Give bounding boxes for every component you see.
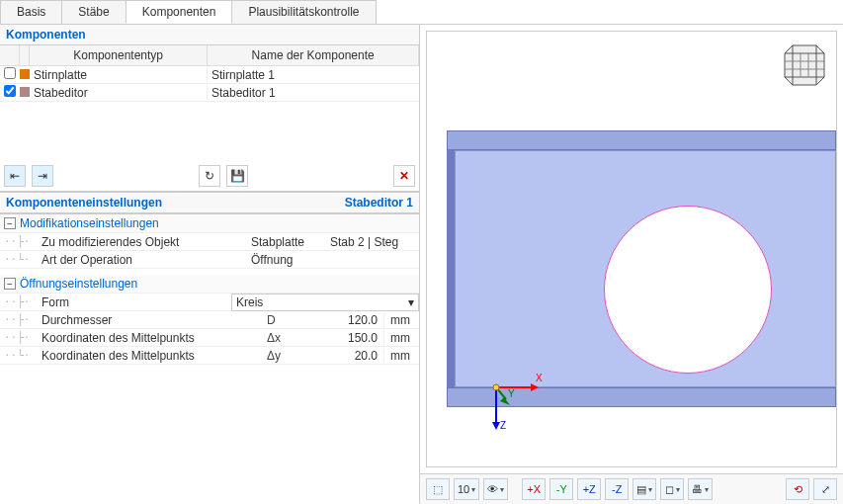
arrow-right-icon: ⇥ [38, 169, 47, 183]
viewcube-icon[interactable] [781, 40, 828, 87]
tree-icon: ··├· [0, 235, 40, 248]
col-color [20, 45, 30, 65]
col-name: Name der Komponente [208, 45, 419, 65]
components-title: Komponenten [6, 28, 86, 42]
axis-label: +X [527, 483, 541, 495]
components-table: Komponententyp Name der Komponente Stirn… [0, 45, 419, 161]
zoom-label: 10 [458, 483, 469, 495]
group-header-opening[interactable]: − Öffnungseinstellungen [0, 275, 419, 294]
tree-icon: ··└· [0, 349, 40, 362]
group-label: Öffnungseinstellungen [20, 277, 137, 291]
row-checkbox[interactable] [4, 85, 16, 97]
beam-flange-top [447, 130, 836, 150]
row-name: Stirnplatte 1 [207, 68, 419, 82]
iso-icon: ⬚ [433, 483, 443, 496]
prop-value: 120.0 [295, 313, 383, 327]
beam-model [447, 130, 836, 407]
settings-tree: − Modifikationseinstellungen ··├· Zu mod… [0, 213, 419, 504]
chevron-down-icon: ▾ [648, 485, 652, 494]
view-print-button[interactable]: 🖶▾ [688, 478, 713, 500]
prop-row[interactable]: ··├· Durchmesser D 120.0 mm [0, 311, 419, 329]
3d-viewport[interactable]: X Y Z [426, 31, 837, 467]
tab-staebe[interactable]: Stäbe [61, 0, 126, 24]
axis-label: -Y [556, 483, 567, 495]
axis-gizmo: X Y Z [476, 368, 546, 437]
view-reset-button[interactable]: ⟲ [786, 478, 809, 500]
prop-name: Art der Operation [40, 253, 223, 267]
view-visibility-button[interactable]: 👁▾ [483, 478, 508, 500]
view-render-button[interactable]: ▤▾ [632, 478, 656, 500]
prop-value: 150.0 [295, 331, 383, 345]
prop-symbol: Δy [267, 349, 295, 363]
row-type: Stabeditor [30, 86, 207, 100]
svg-marker-0 [785, 45, 824, 85]
cube-icon: ◻ [665, 483, 674, 496]
svg-text:Y: Y [508, 388, 515, 399]
tree-icon: ··├· [0, 295, 40, 308]
view-iso-button[interactable]: ⬚ [426, 478, 450, 500]
chevron-down-icon: ▾ [676, 485, 680, 494]
chevron-down-icon: ▾ [705, 485, 709, 494]
left-panel: Komponenten Komponententyp Name der Komp… [0, 25, 420, 504]
save-icon: 💾 [230, 169, 245, 183]
tab-plausibilitaet[interactable]: Plausibilitätskontrolle [231, 0, 376, 24]
row-type: Stirnplatte [30, 68, 207, 82]
components-header: Komponenten [0, 25, 419, 45]
table-row[interactable]: Stirnplatte Stirnplatte 1 [0, 66, 419, 84]
view-xpos-button[interactable]: +X [522, 478, 546, 500]
svg-text:Z: Z [500, 420, 506, 431]
tree-icon: ··├· [0, 313, 40, 326]
prop-name: Zu modifizierendes Objekt [40, 235, 223, 249]
prop-extra: Stab 2 | Steg [330, 235, 419, 249]
prop-symbol: D [267, 313, 295, 327]
prop-unit: mm [383, 313, 419, 327]
tree-icon: ··├· [0, 331, 40, 344]
render-icon: ▤ [636, 483, 646, 496]
chevron-down-icon: ▾ [500, 485, 504, 494]
view-cube-button[interactable]: ◻▾ [660, 478, 684, 500]
save-button[interactable]: 💾 [226, 165, 248, 187]
move-first-button[interactable]: ⇤ [4, 165, 26, 187]
tree-icon: ··└· [0, 253, 40, 266]
row-checkbox[interactable] [4, 67, 16, 79]
axis-label: +Z [583, 483, 596, 495]
view-zoom-button[interactable]: 10▾ [454, 478, 479, 500]
settings-context: Stabeditor 1 [345, 196, 413, 210]
row-name: Stabeditor 1 [207, 86, 419, 100]
prop-unit: mm [383, 349, 419, 363]
select-value: Kreis [236, 295, 263, 309]
reset-icon: ⟲ [794, 483, 802, 496]
delete-button[interactable]: ✕ [393, 165, 415, 187]
prop-name: Koordinaten des Mittelpunkts [40, 331, 267, 345]
settings-header: Komponenteneinstellungen Stabeditor 1 [0, 193, 419, 213]
table-row[interactable]: Stabeditor Stabeditor 1 [0, 84, 419, 102]
settings-title: Komponenteneinstellungen [6, 196, 162, 210]
tab-komponenten[interactable]: Komponenten [126, 0, 233, 24]
shape-select[interactable]: Kreis ▾ [231, 294, 419, 311]
prop-row[interactable]: ··├· Zu modifizierendes Objekt Stabplatt… [0, 233, 419, 251]
beam-web [455, 150, 836, 387]
prop-row[interactable]: ··└· Art der Operation Öffnung [0, 251, 419, 269]
prop-name: Form [40, 295, 204, 309]
prop-row[interactable]: ··├· Koordinaten des Mittelpunkts Δx 150… [0, 329, 419, 347]
view-zneg-button[interactable]: -Z [605, 478, 629, 500]
arrow-left-icon: ⇤ [10, 169, 20, 183]
prop-value: Stabplatte [251, 235, 330, 249]
right-panel: X Y Z ⬚ 10▾ 👁▾ +X -Y +Z -Z ▤▾ ◻▾ 🖶▾ ⟲ [420, 25, 843, 504]
group-label: Modifikationseinstellungen [20, 216, 159, 230]
view-zpos-button[interactable]: +Z [577, 478, 601, 500]
eye-icon: 👁 [487, 483, 498, 495]
group-header-modification[interactable]: − Modifikationseinstellungen [0, 214, 419, 233]
move-last-button[interactable]: ⇥ [32, 165, 53, 187]
col-check [0, 45, 20, 65]
prop-value: Öffnung [251, 253, 330, 267]
tab-basis[interactable]: Basis [0, 0, 62, 24]
refresh-button[interactable]: ↻ [199, 165, 220, 187]
view-expand-button[interactable]: ⤢ [813, 478, 837, 500]
prop-row[interactable]: ··├· Form Kreis ▾ [0, 294, 419, 311]
view-ypos-button[interactable]: -Y [549, 478, 573, 500]
col-type: Komponententyp [30, 45, 208, 65]
prop-name: Durchmesser [40, 313, 267, 327]
prop-row[interactable]: ··└· Koordinaten des Mittelpunkts Δy 20.… [0, 347, 419, 365]
top-tabs: Basis Stäbe Komponenten Plausibilitätsko… [0, 0, 843, 25]
